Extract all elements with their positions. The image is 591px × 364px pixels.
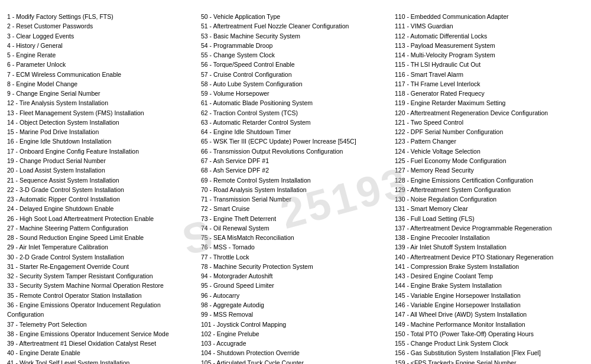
list-item: 77 - Throttle Lock: [201, 252, 390, 262]
list-item: 123 - Pattern Changer: [395, 136, 584, 146]
list-item: 95 - Ground Speed Limiter: [201, 281, 390, 290]
list-item: 66 - Transmission Output Revolutions Con…: [201, 147, 390, 156]
list-item: 6 - Parameter Unlock: [7, 60, 196, 69]
list-item: 15 - Marine Pod Drive Installation: [7, 127, 196, 136]
list-item: 125 - Fuel Economy Mode Configuration: [395, 156, 584, 165]
list-item: 39 - Aftertreatment #1 Diesel Oxidation …: [7, 339, 196, 348]
list-item: 12 - Tire Analysis System Installation: [7, 98, 196, 108]
list-item: 57 - Cruise Control Configuration: [201, 70, 390, 79]
list-item: 138 - Engine Precooler Installation: [395, 233, 584, 242]
list-item: 63 - Automatic Retarder Control System: [201, 118, 390, 127]
list-item: 141 - Compression Brake System Installat…: [395, 262, 584, 271]
list-item: 40 - Engine Derate Enable: [7, 348, 196, 358]
list-item: 32 - Security System Tamper Resistant Co…: [7, 271, 196, 281]
list-item: 119 - Engine Retarder Maximum Setting: [395, 98, 584, 108]
list-item: 140 - Aftertreatment Device PTO Stationa…: [395, 252, 584, 262]
list-item: 75 - SEA MisMatch Reconciliation: [201, 233, 390, 242]
list-item: 128 - Engine Emissions Certification Con…: [395, 176, 584, 185]
list-item: 137 - Aftertreatment Device Programmable…: [395, 223, 584, 233]
list-item: 21 - Sequence Assist System Installation: [7, 176, 196, 185]
list-item: 94 - Motorgrader Autoshift: [201, 271, 390, 281]
page: S 25193 1 - Modify Factory Settings (FLS…: [0, 0, 591, 364]
list-item: 54 - Programmable Droop: [201, 41, 390, 50]
list-item: 115 - TH LSI Hydraulic Cut Out: [395, 60, 584, 69]
list-item: 96 - Autocarry: [201, 291, 390, 300]
list-item: 51 - Aftertreatment Fuel Nozzle Cleaner …: [201, 21, 390, 31]
list-item: 41 - Work Tool Self Level System Install…: [7, 358, 196, 364]
list-item: 121 - Two Speed Control: [395, 118, 584, 127]
list-item: 38 - Engine Emissions Operator Inducemen…: [7, 329, 196, 339]
list-item: 2 - Reset Customer Passwords: [7, 21, 196, 31]
list-item: 144 - Engine Brake System Installation: [395, 281, 584, 290]
list-item: 155 - Change Product Link System Clock: [395, 339, 584, 348]
list-item: 122 - DPF Serial Number Configuration: [395, 127, 584, 136]
column-2: 50 - Vehicle Application Type51 - Aftert…: [199, 12, 392, 364]
list-item: 113 - Payload Measurement System: [395, 41, 584, 50]
list-item: 73 - Engine Theft Deterrent: [201, 214, 390, 223]
list-item: 23 - Automatic Ripper Control Installati…: [7, 194, 196, 204]
list-item: 147 - All Wheel Drive (AWD) System Insta…: [395, 310, 584, 319]
list-item: 4 - History / General: [7, 41, 196, 50]
list-item: 35 - Remote Control Operator Station Ins…: [7, 291, 196, 300]
list-item: 110 - Embedded Communication Adapter: [395, 12, 584, 21]
list-item: 58 - Auto Lube System Configuration: [201, 79, 390, 89]
list-item: 13 - Fleet Management System (FMS) Insta…: [7, 108, 196, 118]
list-item: 102 - Engine Prelube: [201, 329, 390, 339]
list-item: 112 - Automatic Differential Locks: [395, 31, 584, 41]
list-item: 28 - Sound Reduction Engine Speed Limit …: [7, 233, 196, 242]
list-item: 33 - Security System Machine Normal Oper…: [7, 281, 196, 290]
list-item: 3 - Clear Logged Events: [7, 31, 196, 41]
list-item: 74 - Oil Renewal System: [201, 223, 390, 233]
list-item: 50 - Vehicle Application Type: [201, 12, 390, 21]
list-item: 56 - Torque/Speed Control Enable: [201, 60, 390, 69]
list-item: 31 - Starter Re-Engagement Override Coun…: [7, 262, 196, 271]
list-item: 146 - Variable Engine Horsepower Install…: [395, 300, 584, 310]
list-item: 9 - Change Engine Serial Number: [7, 89, 196, 98]
list-item: 101 - Joystick Control Mapping: [201, 320, 390, 329]
list-item: 24 - Delayed Engine Shutdown Enable: [7, 204, 196, 213]
content-columns: 1 - Modify Factory Settings (FLS, FTS)2 …: [7, 12, 584, 364]
list-item: 20 - Load Assist System Installation: [7, 165, 196, 175]
list-item: 61 - Automatic Blade Positioning System: [201, 98, 390, 108]
list-item: 65 - WSK Tier III (ECPC Update) Power In…: [201, 136, 390, 146]
list-item: 156 - Gas Substitution System Installati…: [395, 348, 584, 358]
list-item: 104 - Shutdown Protection Override: [201, 348, 390, 358]
list-item: 76 - MSS - Tornado: [201, 242, 390, 252]
list-item: 30 - 2-D Grade Control System Installati…: [7, 252, 196, 262]
list-item: 114 - Multi-Velocity Program System: [395, 50, 584, 60]
list-item: 129 - Aftertreatment System Configuratio…: [395, 185, 584, 194]
list-item: 69 - Remote Control System Installation: [201, 176, 390, 185]
list-item: 26 - High Soot Load Aftertreatment Prote…: [7, 214, 196, 223]
list-item: 130 - Noise Regulation Configuration: [395, 194, 584, 204]
list-item: 127 - Memory Read Security: [395, 165, 584, 175]
list-item: 19 - Change Product Serial Number: [7, 156, 196, 165]
list-item: 62 - Traction Control System (TCS): [201, 108, 390, 118]
list-item: 116 - Smart Travel Alarm: [395, 70, 584, 79]
list-item: 5 - Engine Rerate: [7, 50, 196, 60]
list-item: 117 - TH Frame Level Interlock: [395, 79, 584, 89]
list-item: 120 - Aftertreatment Regeneration Device…: [395, 108, 584, 118]
list-item: 131 - Smart Memory Clear: [395, 204, 584, 213]
list-item: 64 - Engine Idle Shutdown Timer: [201, 127, 390, 136]
list-item: 14 - Object Detection System Installatio…: [7, 118, 196, 127]
list-item: 98 - Aggregate Autodig: [201, 300, 390, 310]
list-item: 67 - Ash Service DPF #1: [201, 156, 390, 165]
list-item: 145 - Variable Engine Horsepower Install…: [395, 291, 584, 300]
list-item: 70 - Road Analysis System Installation: [201, 185, 390, 194]
list-item: 7 - ECM Wireless Communication Enable: [7, 70, 196, 79]
list-item: 27 - Machine Steering Pattern Configurat…: [7, 223, 196, 233]
list-item: 68 - Ash Service DPF #2: [201, 165, 390, 175]
list-item: 150 - Total PTO (Power Take-Off) Operati…: [395, 329, 584, 339]
list-item: 78 - Machine Security Protection System: [201, 262, 390, 271]
list-item: 159 - <FPS Tracked> Engine Serial Number: [395, 358, 584, 364]
list-item: 111 - VIMS Guardian: [395, 21, 584, 31]
list-item: 136 - Full Load Setting (FLS): [395, 214, 584, 223]
list-item: 8 - Engine Model Change: [7, 79, 196, 89]
list-item: 99 - MSS Removal: [201, 310, 390, 319]
list-item: 17 - Onboard Engine Config Feature Insta…: [7, 147, 196, 156]
list-item: 124 - Vehicle Voltage Selection: [395, 147, 584, 156]
list-item: 118 - Generator Rated Frequecy: [395, 89, 584, 98]
list-item: 143 - Desired Engine Coolant Temp: [395, 271, 584, 281]
list-item: 29 - Air Inlet Temperature Calibration: [7, 242, 196, 252]
list-item: 55 - Change System Clock: [201, 50, 390, 60]
